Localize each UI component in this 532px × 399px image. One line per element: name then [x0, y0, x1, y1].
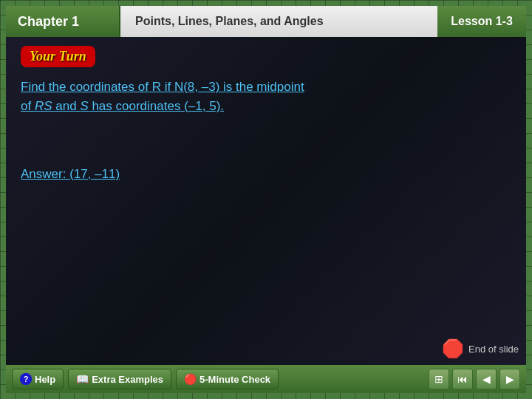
nav-home-button[interactable]: ⊞: [429, 369, 449, 389]
nav-back-end-button[interactable]: ⏮: [452, 369, 473, 389]
nav-back-icon: ◀: [482, 373, 491, 385]
chapter-label: Chapter 1: [18, 14, 79, 30]
nav-home-icon: ⊞: [434, 373, 443, 385]
five-min-label: 5-Minute Check: [200, 374, 270, 385]
problem-text: Find the coordinates of R if N(8, –3) is…: [21, 78, 511, 115]
extra-icon: 📖: [76, 373, 89, 385]
nav-back-end-icon: ⏮: [457, 373, 468, 385]
problem-line1: Find the coordinates of R if N(8, –3) is…: [21, 78, 511, 97]
help-label: Help: [35, 374, 55, 385]
five-minute-check-button[interactable]: 🔴 5-Minute Check: [176, 369, 279, 389]
nav-buttons: ⊞ ⏮ ◀ ▶: [429, 369, 520, 389]
outer-border: Chapter 1 Points, Lines, Planes, and Ang…: [0, 0, 532, 399]
end-of-slide-text: End of slide: [468, 344, 519, 355]
header-title: Points, Lines, Planes, and Angles: [120, 6, 437, 37]
header-chapter: Chapter 1: [6, 6, 120, 37]
end-of-slide-container: 🛑 End of slide: [442, 338, 519, 359]
lesson-label: Lesson 1-3: [451, 15, 513, 28]
problem-line2: of RS and S has coordinates (–1, 5).: [21, 97, 511, 116]
help-icon: ?: [20, 373, 32, 385]
answer-text: Answer: (17, –11): [21, 167, 511, 182]
five-min-icon: 🔴: [184, 373, 197, 385]
header-lesson: Lesson 1-3: [437, 6, 526, 37]
header: Chapter 1 Points, Lines, Planes, and Ang…: [6, 6, 526, 37]
nav-forward-button[interactable]: ▶: [499, 369, 520, 389]
inner-wrapper: Chapter 1 Points, Lines, Planes, and Ang…: [6, 6, 526, 393]
extra-label: Extra Examples: [92, 374, 163, 385]
nav-forward-icon: ▶: [506, 373, 514, 385]
extra-examples-button[interactable]: 📖 Extra Examples: [68, 369, 171, 389]
content-area: Your Turn Find the coordinates of R if N…: [6, 37, 526, 365]
your-turn-badge: Your Turn: [21, 46, 95, 67]
toolbar: ? Help 📖 Extra Examples 🔴 5-Minute Check…: [6, 365, 526, 393]
nav-back-button[interactable]: ◀: [476, 369, 497, 389]
stop-sign-icon: 🛑: [442, 338, 464, 359]
help-button[interactable]: ? Help: [12, 369, 64, 389]
lesson-title: Points, Lines, Planes, and Angles: [135, 15, 324, 28]
your-turn-text: Your Turn: [30, 49, 86, 64]
